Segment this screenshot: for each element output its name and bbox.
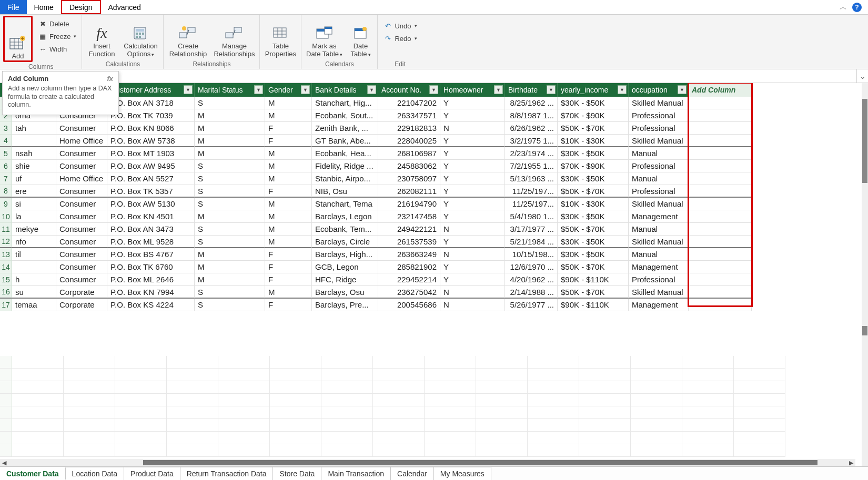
- cell-birthdate[interactable]: 8/8/1987 1...: [505, 109, 558, 122]
- measure-cell[interactable]: [631, 432, 682, 444]
- cell-bank[interactable]: Barclays, Circle: [312, 236, 378, 248]
- cell-bank[interactable]: Ecobank, Tem...: [312, 223, 378, 236]
- row-number[interactable]: 11: [0, 223, 12, 236]
- filter-dropdown-icon[interactable]: ▼: [678, 85, 687, 94]
- measure-cell[interactable]: [528, 419, 579, 432]
- measure-cell[interactable]: [528, 369, 579, 381]
- measure-cell[interactable]: [64, 432, 115, 444]
- measure-cell[interactable]: [12, 381, 64, 394]
- measure-cell[interactable]: [218, 444, 270, 457]
- cell-address[interactable]: P.O. Box TK 7039: [107, 109, 195, 122]
- measure-cell[interactable]: [270, 432, 321, 444]
- sheet-tab[interactable]: Calendar: [391, 467, 434, 480]
- cell-segment[interactable]: Corporate: [56, 286, 107, 299]
- cell-segment[interactable]: Consumer: [56, 223, 107, 236]
- cell-occupation[interactable]: Manual: [629, 223, 689, 236]
- row-number[interactable]: 16: [0, 286, 12, 299]
- measure-cell[interactable]: [425, 356, 476, 369]
- measure-cell[interactable]: [579, 406, 631, 419]
- measure-cell[interactable]: [579, 394, 631, 406]
- cell-income[interactable]: $70K - $90K: [558, 160, 629, 172]
- measure-cell[interactable]: [528, 406, 579, 419]
- cell-marital[interactable]: S: [195, 97, 265, 109]
- cell-occupation[interactable]: Professional: [629, 122, 689, 135]
- cell-occupation[interactable]: Professional: [629, 160, 689, 172]
- cell-address[interactable]: P.O. Box KS 4224: [107, 299, 195, 311]
- cell-gender[interactable]: M: [265, 236, 312, 248]
- measure-cell[interactable]: [476, 381, 528, 394]
- row-number[interactable]: 6: [0, 160, 12, 172]
- cell-birthdate[interactable]: 10/15/198...: [505, 248, 558, 261]
- measure-cell[interactable]: [218, 381, 270, 394]
- row-number[interactable]: 15: [0, 273, 12, 286]
- measure-cell[interactable]: [270, 444, 321, 457]
- cell-income[interactable]: $50K - $70K: [558, 261, 629, 273]
- cell-account[interactable]: 263347571: [378, 109, 440, 122]
- cell-homeowner[interactable]: Y: [440, 236, 505, 248]
- cell-addcolumn[interactable]: [689, 198, 752, 210]
- cell-homeowner[interactable]: Y: [440, 97, 505, 109]
- cell-occupation[interactable]: Management: [629, 299, 689, 311]
- create-relationship-button[interactable]: Create Relationship: [167, 16, 209, 58]
- measure-cell[interactable]: [115, 381, 167, 394]
- cell-address[interactable]: P.O. Box AN 5527: [107, 172, 195, 185]
- measure-cell[interactable]: [734, 394, 785, 406]
- cell-income[interactable]: $30K - $50K: [558, 97, 629, 109]
- cell-addcolumn[interactable]: [689, 261, 752, 273]
- measure-cell[interactable]: [373, 369, 425, 381]
- measure-cell[interactable]: [115, 432, 167, 444]
- cell-occupation[interactable]: Skilled Manual: [629, 135, 689, 147]
- measure-cell[interactable]: [373, 432, 425, 444]
- cell-addcolumn[interactable]: [689, 286, 752, 299]
- cell-gender[interactable]: F: [265, 122, 312, 135]
- cell-segment[interactable]: Corporate: [56, 299, 107, 311]
- add-column-button[interactable]: Add: [5, 18, 31, 60]
- measure-cell[interactable]: [115, 419, 167, 432]
- cell-bank[interactable]: GT Bank, Abe...: [312, 135, 378, 147]
- cell-address[interactable]: P.O. Box AN 3473: [107, 223, 195, 236]
- scroll-thumb-lower[interactable]: [862, 326, 867, 335]
- measure-cell[interactable]: [682, 394, 734, 406]
- cell-occupation[interactable]: Professional: [629, 273, 689, 286]
- cell-segment[interactable]: Home Office: [56, 135, 107, 147]
- measure-cell[interactable]: [12, 369, 64, 381]
- cell-segment[interactable]: Consumer: [56, 210, 107, 223]
- filter-dropdown-icon[interactable]: ▼: [254, 85, 263, 94]
- measures-grid[interactable]: ◀▶: [0, 356, 862, 466]
- row-number[interactable]: 14: [0, 261, 12, 273]
- measure-cell[interactable]: [167, 381, 218, 394]
- measure-rownum[interactable]: [0, 432, 12, 444]
- cell-address[interactable]: P.O. Box ML 2646: [107, 273, 195, 286]
- cell-homeowner[interactable]: Y: [440, 109, 505, 122]
- measure-cell[interactable]: [64, 394, 115, 406]
- cell-name[interactable]: mekye: [12, 223, 56, 236]
- cell-homeowner[interactable]: N: [440, 223, 505, 236]
- cell-name[interactable]: si: [12, 198, 56, 210]
- cell-name[interactable]: nsah: [12, 147, 56, 160]
- cell-account[interactable]: 230758097: [378, 172, 440, 185]
- insert-function-button[interactable]: fx Insert Function: [85, 16, 118, 58]
- measure-cell[interactable]: [321, 381, 373, 394]
- measure-cell[interactable]: [425, 406, 476, 419]
- cell-bank[interactable]: Stanchart, Tema: [312, 198, 378, 210]
- measure-cell[interactable]: [321, 444, 373, 457]
- measure-cell[interactable]: [476, 419, 528, 432]
- cell-account[interactable]: 232147458: [378, 210, 440, 223]
- cell-marital[interactable]: M: [195, 122, 265, 135]
- measure-cell[interactable]: [373, 419, 425, 432]
- cell-address[interactable]: P.O. Box TK 6760: [107, 261, 195, 273]
- cell-bank[interactable]: Barclays, High...: [312, 248, 378, 261]
- cell-addcolumn[interactable]: [689, 185, 752, 198]
- measure-cell[interactable]: [167, 432, 218, 444]
- cell-account[interactable]: 285821902: [378, 261, 440, 273]
- cell-homeowner[interactable]: Y: [440, 185, 505, 198]
- cell-birthdate[interactable]: 6/26/1962 ...: [505, 122, 558, 135]
- measure-cell[interactable]: [115, 356, 167, 369]
- measure-cell[interactable]: [476, 369, 528, 381]
- cell-income[interactable]: $90K - $110K: [558, 299, 629, 311]
- cell-account[interactable]: 249422121: [378, 223, 440, 236]
- measure-cell[interactable]: [476, 432, 528, 444]
- cell-bank[interactable]: HFC, Ridge: [312, 273, 378, 286]
- cell-birthdate[interactable]: 5/4/1980 1...: [505, 210, 558, 223]
- cell-address[interactable]: P.O. Box KN 7994: [107, 286, 195, 299]
